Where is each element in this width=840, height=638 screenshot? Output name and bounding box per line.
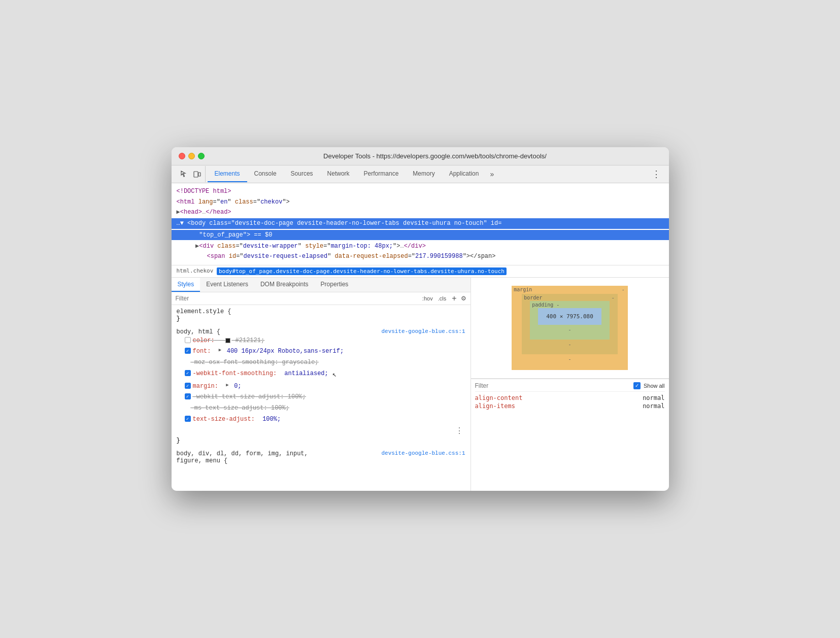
tab-elements[interactable]: Elements — [208, 166, 247, 182]
tab-dom-breakpoints[interactable]: DOM Breakpoints — [254, 278, 315, 292]
computed-val-align-items: normal — [643, 402, 664, 410]
computed-panel: Show all align-content normal align-item… — [471, 379, 669, 491]
box-model-diagram: margin - border - padding - — [512, 286, 628, 370]
main-content: <!DOCTYPE html> <html lang="en" class="c… — [172, 183, 669, 491]
tab-network[interactable]: Network — [320, 166, 357, 182]
css-prop-moz-font: -moz-osx-font-smoothing: grayscale; — [177, 357, 465, 368]
dom-line-div[interactable]: ▶<div class="devsite-wrapper" style="mar… — [177, 241, 664, 251]
tab-console[interactable]: Console — [247, 166, 284, 182]
padding-label: padding - — [532, 302, 559, 308]
show-all-checkbox[interactable] — [633, 382, 641, 389]
box-content: 400 × 7975.080 — [538, 308, 601, 325]
css-prop-font: font: ▶ 400 16px/24px Roboto,sans-serif; — [177, 346, 465, 357]
body-class-attr: class="devsite-doc-page devsite-header-n… — [209, 218, 501, 228]
show-all-label: Show all — [644, 383, 665, 389]
css-prop-webkit-font: -webkit-font-smoothing: antialiased; ↖ — [177, 368, 465, 381]
text-size-checkbox[interactable] — [185, 416, 191, 422]
margin-expand[interactable]: ▶ — [226, 381, 232, 389]
window-title: Developer Tools - https://developers.goo… — [209, 152, 662, 160]
css-close-body-html: } — [177, 437, 465, 444]
color-checkbox[interactable] — [185, 337, 191, 343]
tab-sources[interactable]: Sources — [284, 166, 320, 182]
tab-properties[interactable]: Properties — [315, 278, 355, 292]
class-attr: class — [235, 197, 253, 207]
close-button[interactable] — [179, 153, 185, 159]
breadcrumb-body[interactable]: body#top_of_page.devsite-doc-page.devsit… — [217, 267, 507, 275]
css-selector-body-div: body, div, dl, dd, form, img, input, dev… — [177, 450, 465, 457]
box-model-area: margin - border - padding - — [471, 278, 669, 379]
dom-line-body[interactable]: …▼ <body class="devsite-doc-page devsite… — [172, 218, 669, 228]
styles-content: element.style { } body, html { devsite-g… — [172, 305, 471, 491]
css-source-link[interactable]: devsite-google-blue.css:1 — [381, 328, 465, 335]
filter-badges: :hov .cls — [421, 295, 448, 302]
tab-application[interactable]: Application — [442, 166, 486, 182]
css-block-element-style: element.style { } — [177, 308, 465, 322]
dom-line-body-id[interactable]: "top_of_page"> == $0 — [172, 230, 669, 240]
css-close-element-style: } — [177, 315, 465, 322]
box-margin: margin - border - padding - — [512, 286, 628, 370]
svg-rect-1 — [198, 173, 200, 176]
titlebar: Developer Tools - https://developers.goo… — [172, 147, 669, 165]
maximize-button[interactable] — [198, 153, 205, 159]
styles-tabs: Styles Event Listeners DOM Breakpoints P… — [172, 278, 471, 292]
computed-val-align-content: normal — [643, 394, 664, 401]
inspect-icon[interactable] — [179, 169, 189, 179]
dom-line-doctype[interactable]: <!DOCTYPE html> — [177, 186, 664, 196]
css-block-menu[interactable]: ⋮ — [453, 425, 465, 437]
computed-prop-align-items: align-items — [475, 402, 643, 410]
devtools-window: Developer Tools - https://developers.goo… — [172, 147, 669, 491]
dom-panel: <!DOCTYPE html> <html lang="en" class="c… — [172, 183, 669, 265]
body-tag-open: <body — [187, 218, 209, 228]
style-settings-icon[interactable]: ⚙ — [461, 295, 466, 302]
toolbar-icons — [176, 166, 206, 182]
computed-filter-input[interactable] — [475, 382, 630, 389]
doctype-text: <!DOCTYPE html> — [177, 186, 231, 196]
breadcrumb-html[interactable]: html.chekov — [177, 267, 214, 275]
devtools-menu-button[interactable]: ⋮ — [648, 165, 665, 183]
lang-value: en — [220, 197, 227, 207]
tabs-bar: Elements Console Sources Network Perform… — [172, 165, 669, 183]
tab-performance[interactable]: Performance — [357, 166, 406, 182]
webkit-text-checkbox[interactable] — [185, 393, 191, 399]
minimize-button[interactable] — [188, 153, 195, 159]
head-triangle: ▶ — [177, 207, 180, 217]
css-block-body-html: body, html { devsite-google-blue.css:1 c… — [177, 328, 465, 444]
html-tag-open: <html — [177, 197, 198, 207]
margin-bottom-dash: - — [568, 356, 571, 362]
traffic-lights — [179, 153, 205, 159]
hov-badge[interactable]: :hov — [421, 295, 434, 302]
dom-line-html[interactable]: <html lang="en" class="chekov"> — [177, 197, 664, 207]
margin-checkbox[interactable] — [185, 383, 191, 389]
computed-filter-bar: Show all — [475, 382, 665, 392]
add-style-button[interactable]: + — [452, 294, 456, 303]
border-label: border — [524, 295, 542, 300]
font-expand[interactable]: ▶ — [219, 346, 225, 354]
more-tabs-button[interactable]: » — [486, 167, 498, 181]
breadcrumb-bar: html.chekov body#top_of_page.devsite-doc… — [172, 265, 669, 278]
border-bottom-dash: - — [568, 342, 571, 347]
styles-filter-input[interactable] — [176, 295, 417, 302]
dom-line-head[interactable]: ▶<head>…</head> — [177, 207, 664, 217]
tab-event-listeners[interactable]: Event Listeners — [200, 278, 254, 292]
tab-styles[interactable]: Styles — [172, 278, 200, 292]
box-border: border - padding - 400 × 7975.080 - — [522, 294, 618, 354]
device-toolbar-icon[interactable] — [192, 169, 202, 179]
css-source-link2[interactable]: devsite-google-blue.css:1 — [381, 450, 465, 457]
padding-bottom-dash: - — [568, 327, 571, 332]
dom-line-span[interactable]: <span id="devsite-request-elapsed" data-… — [177, 251, 664, 261]
font-checkbox[interactable] — [185, 348, 191, 354]
css-block-body-div: body, div, dl, dd, form, img, input, dev… — [177, 450, 465, 464]
head-tag: <head> — [180, 207, 202, 217]
css-prop-ms-text: -ms-text-size-adjust: 100%; — [177, 403, 465, 414]
computed-row-align-content: align-content normal — [475, 394, 665, 402]
box-padding: padding - 400 × 7975.080 - — [530, 301, 610, 340]
svg-rect-0 — [194, 172, 198, 177]
css-selector-body-html: body, html { devsite-google-blue.css:1 — [177, 328, 465, 335]
webkit-font-checkbox[interactable] — [185, 370, 191, 376]
tab-memory[interactable]: Memory — [406, 166, 442, 182]
css-prop-margin: margin: ▶ 0; — [177, 381, 465, 392]
cls-badge[interactable]: .cls — [436, 295, 448, 302]
color-swatch[interactable] — [225, 338, 230, 343]
css-prop-color: color: #212121; — [177, 335, 465, 347]
filter-bar: :hov .cls + ⚙ — [172, 292, 471, 305]
